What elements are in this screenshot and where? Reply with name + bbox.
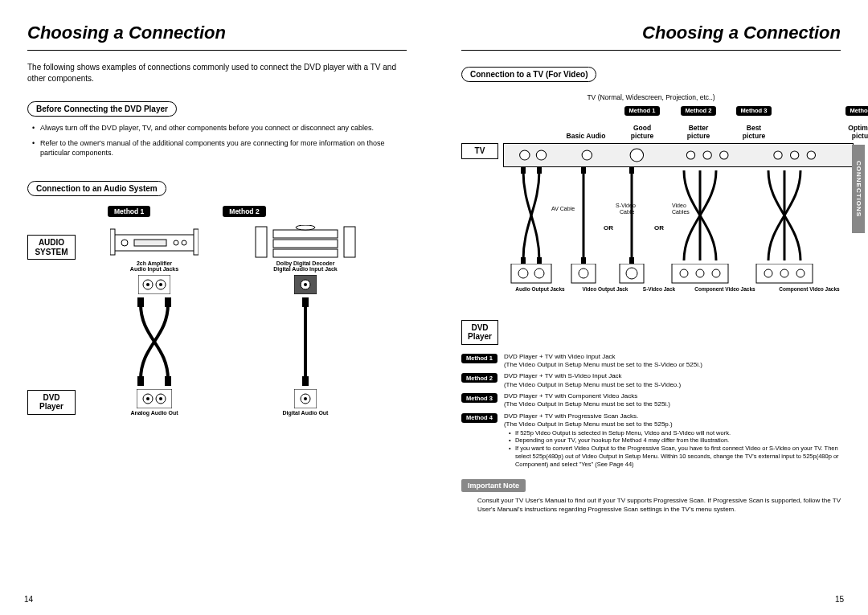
svg-point-45: [807, 151, 815, 159]
svg-point-70: [626, 268, 637, 279]
svg-point-20: [304, 283, 307, 286]
svg-point-38: [582, 150, 592, 160]
cables-icon: AV Cable S-VideoCable OR VideoCables OR: [503, 167, 841, 264]
svg-rect-1: [110, 229, 115, 255]
before-bullets: Always turn off the DVD player, TV, and …: [27, 123, 407, 158]
svg-rect-4: [134, 240, 166, 246]
jack-panel-icon: [233, 275, 378, 294]
dvd-jack-strip: [503, 264, 841, 285]
method-pills-row: Method 1 Method 2 Method 3 Method 4: [502, 101, 841, 116]
svg-point-74: [712, 269, 720, 277]
svg-point-65: [518, 269, 528, 278]
svg-rect-54: [629, 167, 634, 174]
svg-rect-11: [344, 227, 355, 257]
page-title-left: Choosing a Connection: [27, 23, 407, 51]
method-desc: DVD Player + TV with S-Video Input Jack(…: [504, 372, 681, 389]
single-cable-icon: [233, 297, 378, 386]
rca-cable-icon: [82, 297, 227, 386]
decoder-caption: Dolby Digital Decoder: [276, 260, 335, 266]
svg-rect-51: [581, 167, 586, 174]
svg-point-41: [703, 151, 711, 159]
out-jack-icon: [294, 389, 317, 408]
page-left: Choosing a Connection The following show…: [0, 0, 434, 615]
amp-caption: 2ch Amplifier: [137, 260, 172, 266]
method2-pill-r: Method 2: [681, 106, 717, 116]
svg-rect-2: [194, 229, 199, 255]
svg-point-73: [696, 269, 704, 277]
jack-panel-icon: [82, 275, 227, 294]
tv-label: TV: [461, 143, 498, 159]
svg-text:Video: Video: [672, 203, 686, 208]
page-number-right: 15: [835, 595, 844, 604]
svg-point-72: [680, 269, 688, 277]
svg-point-78: [796, 269, 805, 277]
svg-point-32: [159, 397, 162, 400]
dvd-player-label-left: DVD Player: [27, 390, 76, 415]
jack-component2-label: Component Video Jacks: [765, 286, 854, 292]
bullet-item: Refer to the owner's manual of the addit…: [40, 138, 407, 158]
page-right: Choosing a Connection Connection to a TV…: [434, 0, 868, 615]
svg-text:Cables: Cables: [672, 209, 690, 215]
svg-text:OR: OR: [654, 224, 664, 232]
video-diagram: TV DVD Player: [461, 143, 841, 345]
side-tab-connections: CONNECTIONS: [852, 145, 865, 233]
dvd-player-label-right: DVD Player: [461, 320, 498, 345]
svg-point-12: [296, 225, 315, 230]
optimum-picture-label: Optimumpicture: [836, 124, 868, 140]
jack-video-label: Video Output Jack: [577, 286, 633, 292]
svg-rect-21: [137, 297, 144, 307]
better-picture-label: Betterpicture: [670, 124, 727, 140]
audio-diagram: AUDIO SYSTEM 2ch Amplifier Audio Input: [27, 223, 407, 416]
svg-text:Cable: Cable: [620, 209, 634, 215]
svg-point-30: [146, 397, 149, 400]
svg-rect-7: [273, 230, 338, 238]
svg-point-40: [686, 151, 694, 159]
sub-bullet: If you want to convert Video Output to t…: [515, 445, 841, 468]
svg-rect-24: [165, 376, 171, 386]
svg-point-43: [774, 151, 782, 159]
decoder-icon: [233, 223, 378, 260]
audio-heading: Connection to an Audio System: [27, 181, 166, 196]
svg-rect-28: [137, 389, 172, 408]
svg-point-44: [791, 151, 799, 159]
method4-pill-r: Method 4: [845, 106, 868, 116]
svg-rect-55: [629, 257, 634, 264]
method-pill: Method 3: [461, 393, 497, 403]
svg-rect-22: [165, 297, 171, 307]
method-desc: DVD Player + TV with Progressive Scan Ja…: [504, 412, 841, 469]
svg-point-37: [536, 150, 546, 160]
audio-system-label: AUDIO SYSTEM: [27, 235, 76, 260]
svg-rect-10: [256, 227, 267, 257]
digital-out-caption: Digital Audio Out: [283, 410, 329, 416]
jack-labels-row: Audio Output Jacks Video Output Jack S-V…: [503, 286, 854, 292]
svg-rect-9: [273, 249, 338, 257]
svg-text:S-Video: S-Video: [616, 203, 636, 208]
svg-rect-27: [302, 376, 309, 386]
svg-rect-47: [537, 167, 542, 174]
method3-pill-r: Method 3: [736, 106, 772, 116]
before-heading: Before Connecting the DVD Player: [27, 101, 177, 117]
svg-rect-64: [511, 264, 551, 283]
jack-audio-label: Audio Output Jacks: [503, 286, 577, 292]
analog-out-caption: Analog Audio Out: [130, 410, 178, 416]
page-title-right: Choosing a Connection: [461, 23, 841, 51]
good-picture-label: Goodpicture: [614, 124, 670, 140]
svg-point-39: [630, 149, 644, 162]
bullet-item: Always turn off the DVD player, TV, and …: [40, 123, 407, 133]
svg-rect-8: [273, 240, 338, 248]
svg-point-68: [579, 269, 588, 278]
svg-text:OR: OR: [604, 224, 613, 232]
method-descriptions: Method 1 DVD Player + TV with Video Inpu…: [461, 353, 841, 469]
av-cable-label: AV Cable: [551, 206, 575, 211]
svg-rect-46: [521, 167, 526, 174]
page-number-left: 14: [24, 595, 33, 604]
svg-rect-23: [137, 376, 144, 386]
svg-point-15: [146, 283, 149, 286]
svg-rect-48: [521, 257, 526, 264]
method-pill: Method 4: [461, 413, 497, 423]
best-picture-label: Bestpicture: [727, 124, 781, 140]
tv-note: TV (Normal, Widescreen, Projection, etc.…: [461, 93, 841, 101]
audio-input-caption: Audio Input Jacks: [130, 266, 178, 272]
method-pill: Method 1: [461, 354, 497, 363]
svg-point-17: [159, 283, 162, 286]
